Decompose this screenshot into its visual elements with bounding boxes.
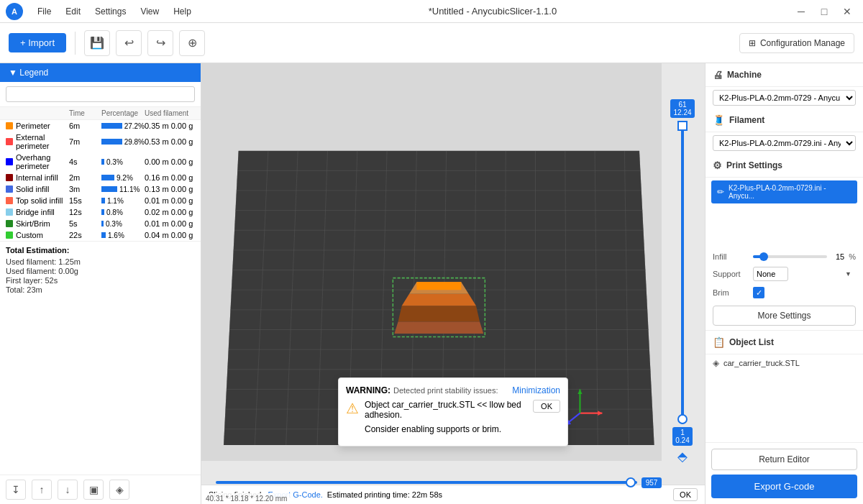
object-item[interactable]: ◈ car_carrier_truck.STL — [706, 354, 863, 372]
close-button[interactable]: ✕ — [837, 3, 857, 20]
feature-color-swatch — [6, 158, 13, 165]
layer-slider-vertical[interactable]: 61 12.24 1 0.24 ⬘ — [672, 99, 693, 464]
view-btn-3[interactable]: ↓ — [58, 480, 78, 500]
view-btn-5[interactable]: ◈ — [109, 480, 129, 500]
feature-label: Solid infill — [16, 185, 49, 193]
feature-type-dropdown[interactable]: Feature type — [0, 82, 201, 107]
col-pct: Percentage — [101, 109, 145, 117]
svg-marker-35 — [402, 294, 476, 306]
col-filament: Used filament — [145, 109, 195, 117]
redo-button[interactable]: ↪ — [147, 30, 173, 56]
v-thumb-bottom[interactable] — [677, 414, 688, 424]
svg-marker-34 — [398, 306, 480, 321]
undo-button[interactable]: ↩ — [116, 30, 142, 56]
filament-section-header: 🧵 Filament — [706, 109, 863, 132]
feature-time: 3m — [69, 185, 101, 193]
support-select-wrapper[interactable]: None Normal Organic — [753, 267, 856, 281]
more-settings-button[interactable]: More Settings — [713, 306, 856, 326]
menu-edit[interactable]: Edit — [63, 5, 83, 18]
feature-label: Perimeter — [16, 122, 50, 130]
h-thumb[interactable] — [626, 477, 636, 487]
app-logo: A — [6, 3, 23, 20]
infill-thumb[interactable] — [759, 252, 768, 261]
feature-used: 0.02 m 0.00 g — [145, 208, 195, 216]
feature-used: 0.16 m 0.00 g — [145, 173, 195, 182]
v-track[interactable] — [681, 121, 684, 424]
menu-file[interactable]: File — [35, 5, 54, 18]
layer-bottom-num: 1 — [675, 429, 690, 436]
warning-message-area: Object car_carrier_truck.STL << llow bed… — [365, 400, 527, 434]
machine-icon: 🖨 — [713, 69, 723, 81]
h-track[interactable] — [216, 481, 637, 484]
feature-select-wrapper: Feature type — [6, 86, 195, 102]
filament-title: Filament — [729, 115, 764, 125]
machine-select[interactable]: K2-Plus-PLA-0.2mm-0729 - Anycubic — [713, 90, 856, 106]
toolbar-separator — [75, 32, 76, 55]
canvas-area[interactable]: 61 12.24 1 0.24 ⬘ WARNING: Detected prin… — [201, 63, 705, 504]
view-btn-1[interactable]: ↧ — [6, 480, 26, 500]
feature-name: External perimeter — [6, 133, 69, 150]
layer-bottom-height: 0.24 — [675, 436, 690, 444]
filament-select-wrapper[interactable]: K2-Plus-PLA-0.2mm-0729.ini - Anycu... — [713, 135, 856, 151]
checkmark-icon: ✓ — [756, 288, 762, 298]
feature-name: Custom — [6, 231, 69, 239]
feature-pct: 1.6% — [108, 232, 124, 239]
object-list-title: Object List — [729, 337, 774, 347]
feature-bar-cell: 1.1% — [101, 197, 145, 205]
filler — [706, 372, 863, 442]
warning-ok-button[interactable]: OK — [533, 400, 560, 413]
feature-row: External perimeter 7m 29.8% 0.53 m 0.00 … — [0, 132, 201, 152]
svg-marker-37 — [394, 321, 483, 334]
warning-title: WARNING: — [346, 385, 391, 395]
filament-select[interactable]: K2-Plus-PLA-0.2mm-0729.ini - Anycu... — [713, 135, 856, 151]
feature-pct: 27.2% — [124, 122, 145, 130]
settings-button[interactable]: ⊕ — [179, 30, 205, 56]
import-button[interactable]: + Import — [9, 33, 66, 52]
config-manage-button[interactable]: ⊞ Configuration Manage — [739, 33, 854, 53]
slicing-ok-button[interactable]: OK — [673, 488, 698, 501]
feature-label: Bridge infill — [16, 208, 55, 216]
export-gcode-button[interactable]: Export G-code — [711, 475, 857, 498]
save-button[interactable]: 💾 — [84, 30, 110, 56]
filament-icon: 🧵 — [713, 114, 725, 126]
feature-label: Top solid infill — [16, 196, 63, 205]
support-select[interactable]: None Normal Organic — [753, 267, 788, 281]
layer-top-label: 61 12.24 — [670, 99, 694, 118]
restore-button[interactable]: □ — [814, 3, 834, 20]
window-title: *Untitled - AnycubicSlicer-1.1.0 — [429, 6, 557, 17]
feature-pct: 1.1% — [107, 197, 124, 205]
menu-view[interactable]: View — [137, 5, 162, 18]
object-3d-icon: ◈ — [713, 358, 719, 368]
layer-top-height: 12.24 — [673, 109, 691, 116]
feature-pct: 0.8% — [106, 209, 123, 216]
menu-help[interactable]: Help — [170, 5, 194, 18]
machine-select-wrapper[interactable]: K2-Plus-PLA-0.2mm-0729 - Anycubic — [713, 90, 856, 106]
view-btn-4[interactable]: ▣ — [83, 480, 104, 500]
feature-label: Skirt/Brim — [16, 219, 50, 228]
warning-suggest: Consider enabling supports or brim. — [365, 424, 527, 434]
brim-row: Brim ✓ — [706, 284, 863, 301]
menu-settings[interactable]: Settings — [92, 5, 129, 18]
warning-subtitle: Detected print stability issues: — [393, 386, 498, 395]
h-slider-container[interactable]: 957 — [216, 475, 662, 490]
feature-row: Internal infill 2m 9.2% 0.16 m 0.00 g — [0, 172, 201, 183]
brim-checkbox[interactable]: ✓ — [753, 287, 764, 298]
return-editor-button[interactable]: Return Editor — [711, 449, 857, 470]
feature-row: Perimeter 6m 27.2% 0.35 m 0.00 g — [0, 120, 201, 132]
feature-time: 22s — [69, 231, 101, 239]
layer-stack-icon[interactable]: ⬘ — [677, 449, 688, 464]
view-btn-2[interactable]: ↑ — [32, 480, 52, 500]
main-content: ▼ Legend Feature type Time Percentage Us… — [0, 63, 863, 504]
feature-select[interactable]: Feature type — [6, 86, 195, 102]
v-thumb-top[interactable] — [677, 121, 688, 131]
brim-label: Brim — [713, 288, 749, 297]
feature-pct: 29.8% — [124, 138, 145, 146]
print-settings-active[interactable]: ✏ K2-Plus-PLA-0.2mm-0729.ini - Anycu... — [711, 180, 857, 203]
print-settings-icon: ⚙ — [713, 160, 722, 171]
layer-bottom-label: 1 0.24 — [672, 427, 693, 446]
infill-slider[interactable] — [753, 255, 827, 258]
feature-row: Overhang perimeter 4s 0.3% 0.00 m 0.00 g — [0, 152, 201, 172]
warning-minimization-link[interactable]: Minimization — [512, 385, 560, 395]
feature-pct: 0.3% — [106, 220, 122, 228]
minimize-button[interactable]: ─ — [791, 3, 811, 20]
